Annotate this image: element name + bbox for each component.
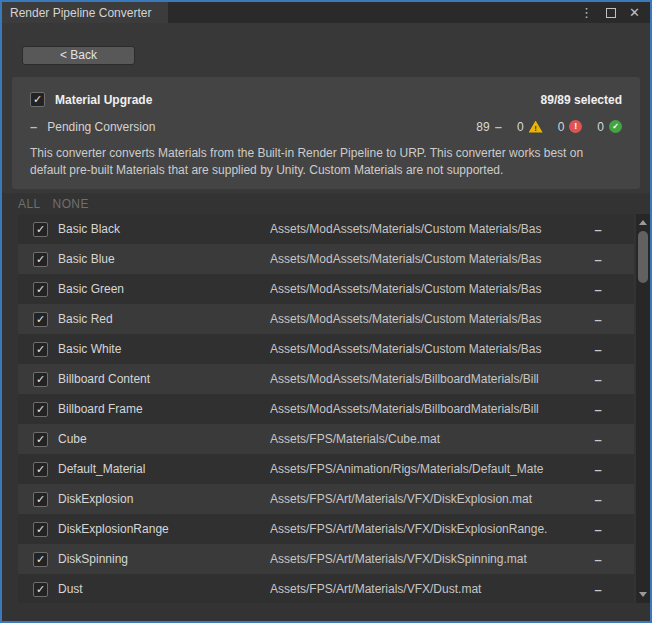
vertical-scrollbar[interactable]: [636, 214, 650, 603]
material-path: Assets/ModAssets/Materials/BillboardMate…: [270, 402, 590, 416]
pending-conversion-row: – Pending Conversion 89 – 0 ! 0 ! 0: [30, 113, 622, 140]
toolbar: < Back: [2, 23, 650, 65]
material-name: Basic Red: [58, 312, 270, 326]
material-name: Dust: [58, 582, 270, 596]
row-status-icon: –: [590, 312, 606, 327]
row-status-icon: –: [590, 522, 606, 537]
row-checkbox[interactable]: ✓: [33, 282, 48, 297]
row-checkbox[interactable]: ✓: [33, 372, 48, 387]
table-row[interactable]: ✓ Basic Black Assets/ModAssets/Materials…: [18, 214, 634, 244]
material-path: Assets/ModAssets/Materials/BillboardMate…: [270, 372, 590, 386]
back-button[interactable]: < Back: [22, 46, 135, 65]
row-status-icon: –: [590, 552, 606, 567]
row-status-icon: –: [590, 432, 606, 447]
row-checkbox[interactable]: ✓: [33, 552, 48, 567]
materials-list-section: ALL NONE ✓ Basic Black Assets/ModAssets/…: [2, 193, 650, 603]
row-checkbox[interactable]: ✓: [33, 342, 48, 357]
table-row[interactable]: ✓ Billboard Content Assets/ModAssets/Mat…: [18, 364, 634, 394]
material-name: DiskSpinning: [58, 552, 270, 566]
material-name: Billboard Frame: [58, 402, 270, 416]
error-icon: !: [569, 120, 582, 133]
material-path: Assets/ModAssets/Materials/Custom Materi…: [270, 282, 590, 296]
pending-dash-icon: –: [30, 119, 37, 134]
table-row[interactable]: ✓ Default_Material Assets/FPS/Animation/…: [18, 454, 634, 484]
success-icon: ✓: [609, 120, 622, 133]
converter-header-row: ✓ Material Upgrade 89/89 selected: [30, 86, 622, 113]
table-row[interactable]: ✓ Basic Blue Assets/ModAssets/Materials/…: [18, 244, 634, 274]
select-all-button[interactable]: ALL: [18, 197, 41, 211]
material-path: Assets/FPS/Art/Materials/VFX/DiskExplosi…: [270, 522, 590, 536]
row-status-icon: –: [590, 372, 606, 387]
converter-checkbox[interactable]: ✓: [30, 92, 45, 107]
list-controls: ALL NONE: [2, 193, 650, 214]
converter-panel: ✓ Material Upgrade 89/89 selected – Pend…: [12, 77, 640, 189]
pending-status-icon: –: [495, 119, 502, 134]
materials-list: ✓ Basic Black Assets/ModAssets/Materials…: [18, 214, 634, 603]
row-checkbox[interactable]: ✓: [33, 402, 48, 417]
row-status-icon: –: [590, 222, 606, 237]
material-name: DiskExplosion: [58, 492, 270, 506]
row-checkbox[interactable]: ✓: [33, 432, 48, 447]
row-status-icon: –: [590, 402, 606, 417]
kebab-menu-icon[interactable]: ⋮: [580, 6, 593, 19]
row-checkbox[interactable]: ✓: [33, 222, 48, 237]
material-path: Assets/FPS/Animation/Rigs/Materials/Defa…: [270, 462, 590, 476]
converter-description: This converter converts Materials from t…: [30, 145, 622, 179]
material-path: Assets/FPS/Art/Materials/VFX/DiskSpinnin…: [270, 552, 590, 566]
material-path: Assets/FPS/Art/Materials/VFX/DiskExplosi…: [270, 492, 590, 506]
pending-conversion-label: Pending Conversion: [47, 120, 155, 134]
row-status-icon: –: [590, 342, 606, 357]
error-count: 0 !: [558, 120, 583, 134]
material-path: Assets/ModAssets/Materials/Custom Materi…: [270, 342, 590, 356]
material-name: DiskExplosionRange: [58, 522, 270, 536]
row-checkbox[interactable]: ✓: [33, 492, 48, 507]
material-name: Cube: [58, 432, 270, 446]
table-row[interactable]: ✓ Cube Assets/FPS/Materials/Cube.mat –: [18, 424, 634, 454]
scroll-down-icon[interactable]: [639, 592, 647, 597]
row-status-icon: –: [590, 252, 606, 267]
scroll-up-icon[interactable]: [639, 220, 647, 225]
material-path: Assets/ModAssets/Materials/Custom Materi…: [270, 252, 590, 266]
titlebar: Render Pipeline Converter ⋮ ✕: [2, 2, 650, 23]
row-checkbox[interactable]: ✓: [33, 462, 48, 477]
render-pipeline-converter-window: Render Pipeline Converter ⋮ ✕ < Back ✓ M…: [0, 0, 652, 623]
table-row[interactable]: ✓ DiskExplosion Assets/FPS/Art/Materials…: [18, 484, 634, 514]
row-checkbox[interactable]: ✓: [33, 312, 48, 327]
material-path: Assets/ModAssets/Materials/Custom Materi…: [270, 312, 590, 326]
close-icon[interactable]: ✕: [629, 6, 640, 19]
table-row[interactable]: ✓ DiskSpinning Assets/FPS/Art/Materials/…: [18, 544, 634, 574]
row-checkbox[interactable]: ✓: [33, 522, 48, 537]
row-status-icon: –: [590, 462, 606, 477]
warning-count: 0 !: [517, 120, 543, 134]
row-checkbox[interactable]: ✓: [33, 582, 48, 597]
table-row[interactable]: ✓ Dust Assets/FPS/Art/Materials/VFX/Dust…: [18, 574, 634, 604]
material-name: Billboard Content: [58, 372, 270, 386]
table-row[interactable]: ✓ Billboard Frame Assets/ModAssets/Mater…: [18, 394, 634, 424]
row-status-icon: –: [590, 282, 606, 297]
material-name: Default_Material: [58, 462, 270, 476]
row-status-icon: –: [590, 582, 606, 597]
warning-icon: !: [529, 121, 543, 133]
select-none-button[interactable]: NONE: [53, 197, 89, 211]
tab-render-pipeline-converter[interactable]: Render Pipeline Converter: [2, 2, 168, 23]
material-name: Basic Black: [58, 222, 270, 236]
table-row[interactable]: ✓ DiskExplosionRange Assets/FPS/Art/Mate…: [18, 514, 634, 544]
titlebar-spacer: [168, 2, 580, 23]
row-status-icon: –: [590, 492, 606, 507]
material-path: Assets/ModAssets/Materials/Custom Materi…: [270, 222, 590, 236]
bottom-padding: [2, 603, 650, 621]
success-count: 0 ✓: [597, 120, 622, 134]
scrollbar-thumb[interactable]: [638, 231, 648, 283]
maximize-icon[interactable]: [606, 8, 616, 18]
table-row[interactable]: ✓ Basic Red Assets/ModAssets/Materials/C…: [18, 304, 634, 334]
material-name: Basic White: [58, 342, 270, 356]
table-row[interactable]: ✓ Basic White Assets/ModAssets/Materials…: [18, 334, 634, 364]
row-checkbox[interactable]: ✓: [33, 252, 48, 267]
pending-count: 89 –: [476, 119, 502, 134]
material-path: Assets/FPS/Materials/Cube.mat: [270, 432, 590, 446]
selected-summary: 89/89 selected: [541, 93, 622, 107]
material-name: Basic Green: [58, 282, 270, 296]
status-counts: 89 – 0 ! 0 ! 0 ✓: [476, 119, 622, 134]
table-row[interactable]: ✓ Basic Green Assets/ModAssets/Materials…: [18, 274, 634, 304]
tab-label: Render Pipeline Converter: [10, 6, 151, 20]
